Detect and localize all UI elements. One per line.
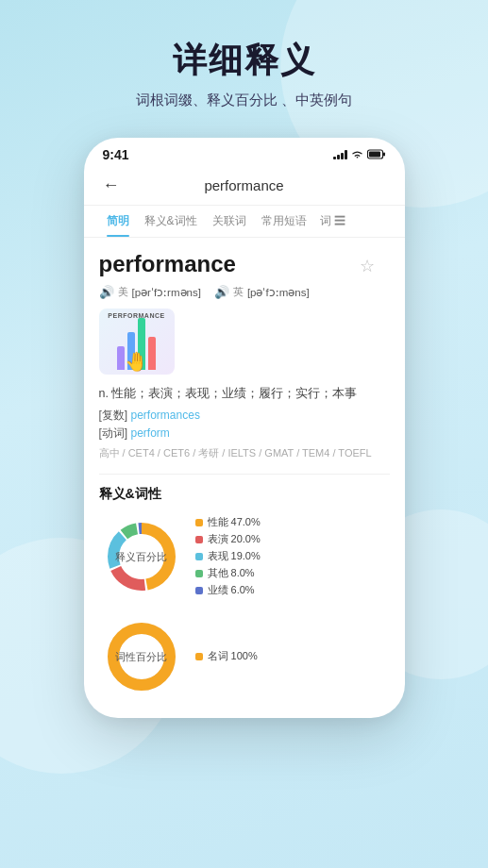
chart-bar [117,346,125,370]
plural-label: [复数] [99,409,131,422]
tabs-bar: 简明 释义&词性 关联词 常用短语 词 ☰ [84,206,405,238]
hand-icon: 🤚 [125,350,148,373]
legend-item: 表现 19.0% [195,549,261,563]
svg-rect-2 [383,152,385,156]
legend-dot [195,519,203,526]
status-bar: 9:41 [84,138,405,166]
tab-simple[interactable]: 简明 [99,206,137,237]
wifi-icon [351,149,363,161]
plural-line: [复数] performances [99,408,390,424]
donut1-chart: 释义百分比 [99,514,184,599]
section-divider [99,474,390,475]
legend-label: 其他 8.0% [208,566,255,580]
app-subtitle: 词根词缀、释义百分比 、中英例句 [19,92,469,109]
app-title: 详细释义 [19,38,469,84]
pron-uk-phonetic: [pəˈfɔːməns] [247,286,310,299]
legend-label: 表现 19.0% [208,549,261,563]
legend-dot [195,587,203,594]
pron-us[interactable]: 🔊 美 [pərˈfɔːrməns] [99,285,201,299]
legend-label: 名词 100% [208,649,258,663]
legend2: 名词 100% [195,649,258,663]
verb-word[interactable]: perform [131,426,170,440]
speaker-us-icon: 🔊 [99,285,114,299]
signal-bar-4 [345,150,347,159]
donut1-row: 释义百分比 性能 47.0%表演 20.0%表现 19.0%其他 8.0%业绩 … [99,514,390,599]
signal-bar-3 [341,153,344,159]
nav-title: performance [124,177,365,193]
word-image-text: PERFORMANCE [99,312,175,319]
chart-bar [148,337,156,370]
word-tags: 高中 / CET4 / CET6 / 考研 / IELTS / GMAT / T… [99,445,390,462]
app-header: 详细释义 词根词缀、释义百分比 、中英例句 [0,0,488,128]
section-definition-title: 释义&词性 [99,486,390,503]
legend-item: 性能 47.0% [195,515,261,529]
word-image: PERFORMANCE 🤚 [99,309,175,375]
tab-definition[interactable]: 释义&词性 [137,206,205,237]
legend-label: 业绩 6.0% [208,583,255,597]
legend-item: 表演 20.0% [195,532,261,546]
bookmark-button[interactable]: ☆ [360,256,375,276]
pron-us-label: 美 [118,285,128,299]
tab-more-icon: ☰ [334,214,345,227]
donut2-row: 词性百分比 名词 100% [99,614,390,699]
charts-container: 释义百分比 性能 47.0%表演 20.0%表现 19.0%其他 8.0%业绩 … [99,514,390,699]
legend-label: 表演 20.0% [208,532,261,546]
plural-word[interactable]: performances [131,409,200,422]
donut1-label: 释义百分比 [115,549,167,563]
signal-bar-2 [337,155,340,159]
status-time: 9:41 [103,147,129,162]
tab-word[interactable]: 词 ☰ [316,206,349,237]
legend-item: 名词 100% [195,649,258,663]
word-title: performance [99,251,236,277]
signal-bar-1 [333,157,336,159]
pron-uk[interactable]: 🔊 英 [pəˈfɔːməns] [214,285,310,299]
donut2-chart: 词性百分比 [99,614,184,699]
verb-line: [动词] perform [99,426,390,442]
legend-item: 业绩 6.0% [195,583,261,597]
status-icons [333,149,386,161]
pron-us-phonetic: [pərˈfɔːrməns] [132,286,201,299]
legend-dot [195,536,203,543]
pronunciations: 🔊 美 [pərˈfɔːrməns] 🔊 英 [pəˈfɔːməns] [99,285,390,299]
tab-phrases[interactable]: 常用短语 [254,206,314,237]
legend-item: 其他 8.0% [195,566,261,580]
legend-label: 性能 47.0% [208,515,261,529]
pron-uk-label: 英 [233,285,244,299]
signal-icon [333,150,347,159]
word-definition: n. 性能；表演；表现；业绩；履行；实行；本事 [99,384,390,404]
word-content: performance ☆ 🔊 美 [pərˈfɔːrməns] 🔊 英 [pə… [84,238,405,699]
speaker-uk-icon: 🔊 [214,285,229,299]
legend-dot [195,570,203,577]
svg-rect-1 [369,151,380,157]
word-title-row: performance ☆ [99,251,390,281]
legend-dot [195,553,203,560]
donut2-label: 词性百分比 [115,649,167,663]
back-button[interactable]: ← [99,172,124,199]
tab-related[interactable]: 关联词 [205,206,254,237]
legend-dot [195,653,203,660]
battery-icon [367,149,386,161]
phone-mockup: 9:41 [84,138,405,718]
verb-label: [动词] [99,426,131,440]
legend1: 性能 47.0%表演 20.0%表现 19.0%其他 8.0%业绩 6.0% [195,515,261,597]
nav-bar: ← performance [84,166,405,206]
